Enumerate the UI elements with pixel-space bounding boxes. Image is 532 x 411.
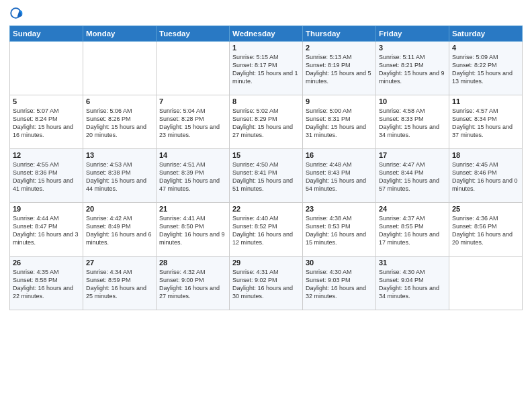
day-info: Sunrise: 5:07 AM Sunset: 8:24 PM Dayligh… [13, 107, 80, 140]
calendar-cell: 31Sunrise: 4:30 AM Sunset: 9:04 PM Dayli… [376, 257, 449, 310]
day-number: 9 [306, 97, 373, 105]
day-info: Sunrise: 5:15 AM Sunset: 8:17 PM Dayligh… [232, 53, 300, 86]
calendar-cell [10, 42, 83, 95]
day-number: 17 [379, 151, 446, 159]
day-info: Sunrise: 5:06 AM Sunset: 8:26 PM Dayligh… [86, 107, 153, 140]
day-number: 23 [306, 205, 373, 213]
calendar-cell: 5Sunrise: 5:07 AM Sunset: 8:24 PM Daylig… [10, 95, 83, 149]
day-info: Sunrise: 5:02 AM Sunset: 8:29 PM Dayligh… [232, 107, 300, 140]
day-info: Sunrise: 4:48 AM Sunset: 8:43 PM Dayligh… [306, 161, 373, 193]
calendar-cell: 13Sunrise: 4:53 AM Sunset: 8:38 PM Dayli… [83, 149, 157, 203]
day-number: 13 [86, 151, 153, 159]
day-info: Sunrise: 4:42 AM Sunset: 8:49 PM Dayligh… [86, 214, 153, 247]
calendar-cell: 8Sunrise: 5:02 AM Sunset: 8:29 PM Daylig… [230, 95, 303, 149]
day-info: Sunrise: 5:00 AM Sunset: 8:31 PM Dayligh… [306, 107, 373, 140]
day-number: 19 [13, 205, 80, 213]
day-number: 31 [379, 259, 446, 267]
day-info: Sunrise: 5:09 AM Sunset: 8:22 PM Dayligh… [452, 53, 519, 86]
day-number: 21 [159, 205, 226, 213]
calendar-week-row: 19Sunrise: 4:44 AM Sunset: 8:47 PM Dayli… [10, 203, 523, 257]
day-number: 18 [452, 151, 519, 159]
logo [9, 7, 27, 21]
calendar-cell: 18Sunrise: 4:45 AM Sunset: 8:46 PM Dayli… [449, 149, 523, 203]
day-info: Sunrise: 5:11 AM Sunset: 8:21 PM Dayligh… [379, 53, 446, 86]
calendar-cell: 23Sunrise: 4:38 AM Sunset: 8:53 PM Dayli… [303, 203, 376, 257]
calendar-cell: 6Sunrise: 5:06 AM Sunset: 8:26 PM Daylig… [83, 95, 157, 149]
day-info: Sunrise: 4:40 AM Sunset: 8:52 PM Dayligh… [232, 214, 300, 247]
day-number: 8 [232, 97, 300, 105]
calendar-cell: 17Sunrise: 4:47 AM Sunset: 8:44 PM Dayli… [376, 149, 449, 203]
day-of-week-header: Friday [376, 26, 449, 42]
calendar-header-row: SundayMondayTuesdayWednesdayThursdayFrid… [10, 26, 523, 42]
calendar-cell: 4Sunrise: 5:09 AM Sunset: 8:22 PM Daylig… [449, 42, 523, 95]
calendar-cell: 12Sunrise: 4:55 AM Sunset: 8:36 PM Dayli… [10, 149, 83, 203]
day-number: 29 [232, 259, 300, 267]
calendar-cell [449, 257, 523, 310]
day-number: 4 [452, 44, 519, 52]
day-info: Sunrise: 4:44 AM Sunset: 8:47 PM Dayligh… [13, 214, 80, 247]
day-number: 3 [379, 44, 446, 52]
calendar-cell: 22Sunrise: 4:40 AM Sunset: 8:52 PM Dayli… [230, 203, 303, 257]
calendar-cell: 11Sunrise: 4:57 AM Sunset: 8:34 PM Dayli… [449, 95, 523, 149]
day-number: 25 [452, 205, 519, 213]
day-number: 1 [232, 44, 300, 52]
day-info: Sunrise: 4:45 AM Sunset: 8:46 PM Dayligh… [452, 161, 519, 193]
calendar: SundayMondayTuesdayWednesdayThursdayFrid… [9, 26, 523, 310]
day-number: 14 [159, 151, 226, 159]
day-info: Sunrise: 5:13 AM Sunset: 8:19 PM Dayligh… [306, 53, 373, 86]
calendar-cell: 21Sunrise: 4:41 AM Sunset: 8:50 PM Dayli… [157, 203, 230, 257]
day-of-week-header: Sunday [10, 26, 83, 42]
calendar-cell: 1Sunrise: 5:15 AM Sunset: 8:17 PM Daylig… [230, 42, 303, 95]
day-number: 16 [306, 151, 373, 159]
day-info: Sunrise: 4:53 AM Sunset: 8:38 PM Dayligh… [86, 161, 153, 193]
calendar-cell: 28Sunrise: 4:32 AM Sunset: 9:00 PM Dayli… [157, 257, 230, 310]
calendar-cell: 26Sunrise: 4:35 AM Sunset: 8:58 PM Dayli… [10, 257, 83, 310]
calendar-cell: 30Sunrise: 4:30 AM Sunset: 9:03 PM Dayli… [303, 257, 376, 310]
day-info: Sunrise: 4:51 AM Sunset: 8:39 PM Dayligh… [159, 161, 226, 193]
day-info: Sunrise: 4:31 AM Sunset: 9:02 PM Dayligh… [232, 268, 300, 301]
calendar-cell: 7Sunrise: 5:04 AM Sunset: 8:28 PM Daylig… [157, 95, 230, 149]
day-number: 10 [379, 97, 446, 105]
day-info: Sunrise: 4:41 AM Sunset: 8:50 PM Dayligh… [159, 214, 226, 247]
day-info: Sunrise: 4:35 AM Sunset: 8:58 PM Dayligh… [13, 268, 80, 301]
calendar-cell: 20Sunrise: 4:42 AM Sunset: 8:49 PM Dayli… [83, 203, 157, 257]
calendar-cell: 19Sunrise: 4:44 AM Sunset: 8:47 PM Dayli… [10, 203, 83, 257]
day-info: Sunrise: 4:38 AM Sunset: 8:53 PM Dayligh… [306, 214, 373, 247]
calendar-week-row: 5Sunrise: 5:07 AM Sunset: 8:24 PM Daylig… [10, 95, 523, 149]
day-of-week-header: Saturday [449, 26, 523, 42]
calendar-cell [157, 42, 230, 95]
calendar-cell: 24Sunrise: 4:37 AM Sunset: 8:55 PM Dayli… [376, 203, 449, 257]
day-number: 5 [13, 97, 80, 105]
calendar-cell: 2Sunrise: 5:13 AM Sunset: 8:19 PM Daylig… [303, 42, 376, 95]
page: SundayMondayTuesdayWednesdayThursdayFrid… [0, 0, 532, 411]
calendar-cell [83, 42, 157, 95]
day-number: 6 [86, 97, 153, 105]
calendar-week-row: 1Sunrise: 5:15 AM Sunset: 8:17 PM Daylig… [10, 42, 523, 95]
calendar-week-row: 12Sunrise: 4:55 AM Sunset: 8:36 PM Dayli… [10, 149, 523, 203]
logo-icon [9, 7, 24, 21]
day-info: Sunrise: 4:36 AM Sunset: 8:56 PM Dayligh… [452, 214, 519, 247]
day-number: 2 [306, 44, 373, 52]
day-number: 24 [379, 205, 446, 213]
calendar-cell: 14Sunrise: 4:51 AM Sunset: 8:39 PM Dayli… [157, 149, 230, 203]
day-info: Sunrise: 4:57 AM Sunset: 8:34 PM Dayligh… [452, 107, 519, 140]
calendar-cell: 15Sunrise: 4:50 AM Sunset: 8:41 PM Dayli… [230, 149, 303, 203]
day-number: 15 [232, 151, 300, 159]
day-info: Sunrise: 4:55 AM Sunset: 8:36 PM Dayligh… [13, 161, 80, 193]
day-number: 22 [232, 205, 300, 213]
day-info: Sunrise: 4:50 AM Sunset: 8:41 PM Dayligh… [232, 161, 300, 193]
day-info: Sunrise: 4:37 AM Sunset: 8:55 PM Dayligh… [379, 214, 446, 247]
header [9, 7, 523, 21]
day-info: Sunrise: 4:30 AM Sunset: 9:04 PM Dayligh… [379, 268, 446, 301]
calendar-cell: 25Sunrise: 4:36 AM Sunset: 8:56 PM Dayli… [449, 203, 523, 257]
day-of-week-header: Wednesday [230, 26, 303, 42]
day-of-week-header: Tuesday [157, 26, 230, 42]
day-info: Sunrise: 5:04 AM Sunset: 8:28 PM Dayligh… [159, 107, 226, 140]
day-info: Sunrise: 4:47 AM Sunset: 8:44 PM Dayligh… [379, 161, 446, 193]
calendar-cell: 10Sunrise: 4:58 AM Sunset: 8:33 PM Dayli… [376, 95, 449, 149]
day-of-week-header: Monday [83, 26, 157, 42]
day-number: 26 [13, 259, 80, 267]
calendar-cell: 3Sunrise: 5:11 AM Sunset: 8:21 PM Daylig… [376, 42, 449, 95]
day-number: 7 [159, 97, 226, 105]
day-info: Sunrise: 4:34 AM Sunset: 8:59 PM Dayligh… [86, 268, 153, 301]
